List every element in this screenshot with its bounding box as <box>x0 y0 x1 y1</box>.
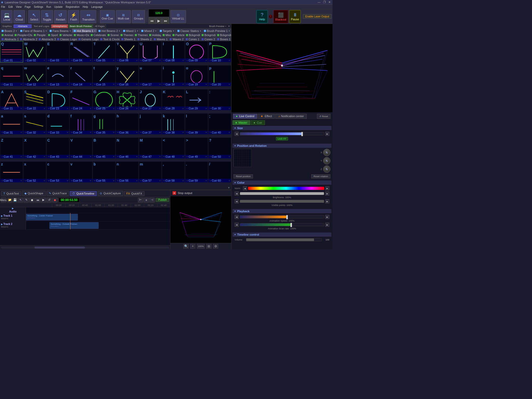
stop-close-btn[interactable]: ✕ <box>172 191 176 195</box>
cue-cell-13[interactable]: e ◄ Cue 13 ◄ <box>46 65 69 87</box>
cue-cell-19[interactable]: o ◄ Cue 19 ◄ <box>185 65 208 87</box>
menu-dropdown-btn[interactable]: Menu <box>1 198 6 202</box>
beam-brush-filter[interactable]: Beam Brush Preview <box>69 24 93 28</box>
cue-cell-9[interactable]: O ◄ Cue 09 ◄ <box>185 41 208 62</box>
cat-generic-logos[interactable]: Generic Logos▼ <box>77 37 99 41</box>
cue-cell-36[interactable]: h ◄ Cue 36 ◄ <box>116 113 139 135</box>
cue-cell-59[interactable]: . ◄ Cue 59 ◄ <box>185 161 208 183</box>
tab-effect[interactable]: ★ Effect <box>258 114 275 119</box>
cue-cell-31[interactable]: a ◄ Cue 31 ◄ <box>0 113 23 135</box>
cat-cones2[interactable]: Cones 2▼ <box>200 37 216 41</box>
size-slider[interactable] <box>240 132 324 135</box>
menu-update[interactable]: Update <box>54 5 63 8</box>
track1-content[interactable]: Something - Center Frames Animation <box>26 213 170 221</box>
cue-cell-15[interactable]: t ◄ Cue 15 ◄ <box>92 65 116 87</box>
brightness-max-btn[interactable]: ► <box>325 191 329 196</box>
stop-btn[interactable]: ⏹ <box>29 198 35 202</box>
cat-abstracts2[interactable]: Abstracts 2▼ <box>18 37 37 41</box>
cue-cell-48[interactable]: < ◄ Cue 48 ◄ <box>162 137 185 159</box>
cue-cell-34[interactable]: f ◄ Cue 34 ◄ <box>69 113 92 135</box>
cue-cell-55[interactable]: b ◄ Cue 55 ◄ <box>92 161 116 183</box>
audio-expand-icon[interactable]: ▶ <box>12 207 14 210</box>
cat-brush-preview1[interactable]: Brush Preview 1▼ <box>202 29 231 33</box>
cue-cell-14[interactable]: r ◄ Cue 14 ◄ <box>69 65 92 87</box>
cat-mixed1[interactable]: Mixed 1▼ <box>122 29 140 33</box>
cue-cell-26[interactable]: H ◄ Cue 26 ◄ <box>116 89 139 110</box>
menu-help[interactable]: Help <box>83 5 88 8</box>
as-thumb[interactable] <box>286 215 288 219</box>
cat-boxes2[interactable]: Boxes 2▼ <box>0 29 19 33</box>
as-min-btn[interactable]: ◄ <box>235 215 239 219</box>
flash-button[interactable]: ⚡ Flash <box>68 10 79 23</box>
local-button[interactable]: 💻 Local <box>1 10 12 23</box>
position-header[interactable]: Position and Rotation <box>232 144 331 148</box>
brightness-slider[interactable] <box>240 192 324 195</box>
cue-cell-56[interactable]: n ◄ Cue 56 ◄ <box>116 161 139 183</box>
cue-cell-47[interactable]: M ◄ Cue 47 ◄ <box>139 137 162 159</box>
cue-cell-23[interactable]: D ◄ Cue 23 ◄ <box>46 89 69 110</box>
restart-button[interactable]: ↺ Restart <box>54 10 67 23</box>
play-btn[interactable]: ▶ <box>41 198 46 202</box>
position-grid[interactable] <box>234 149 252 167</box>
cat-sheets2[interactable]: Sheets 2▼ <box>136 37 152 41</box>
cue-cell-53[interactable]: c ◄ Cue 53 ◄ <box>46 161 69 183</box>
cue-cell-54[interactable]: v ◄ Cue 54 ◄ <box>69 161 92 183</box>
virtual-ll-button[interactable]: ⊡ Virtual LL <box>170 10 186 23</box>
brightness-min-btn[interactable]: ◄ <box>235 191 239 196</box>
cat-classic-statics[interactable]: Classic Statics▼ <box>176 29 202 33</box>
cue-cell-43[interactable]: C ◄ Cue 43 ◄ <box>46 137 69 159</box>
atmospherics-filter[interactable]: Atmospherics <box>51 24 68 28</box>
stop-settings-btn[interactable]: ⚙ <box>213 244 218 249</box>
cat-vehicles[interactable]: Vehicles▼ <box>58 33 72 37</box>
cue-cell-29[interactable]: L ◄ Cue 29 ◄ <box>185 89 208 110</box>
rewind-btn[interactable]: ⏮ <box>35 198 40 202</box>
cat-hot-beams2[interactable]: Hot Beams 2▼ <box>97 29 122 33</box>
cat-targets[interactable]: Targets▼ <box>158 29 176 33</box>
tap-button[interactable]: ⏮ <box>149 17 155 24</box>
tab-quickcapture[interactable]: ⊙ QuickCapture <box>97 191 123 196</box>
blackout-button[interactable]: ⬛ Blackout <box>274 10 288 23</box>
cue-cell-57[interactable]: m ◄ Cue 57 ◄ <box>139 161 162 183</box>
enable-laser-button[interactable]: Enable Laser Output <box>303 14 331 19</box>
cue-cell-21[interactable]: A ◄ Cue 21 ◄ <box>0 89 23 110</box>
tab-quicktrace[interactable]: ✎ QuickTrace <box>46 191 69 196</box>
publish-btn[interactable]: Publish <box>156 198 169 202</box>
toggle-button[interactable]: ⇅ Toggle <box>41 10 53 23</box>
cue-cell-1[interactable]: Q ◄ Cue 01 ◄ <box>0 41 23 62</box>
cue-cell-5[interactable]: T ◄ Cue 05 ◄ <box>92 41 116 62</box>
menu-file[interactable]: File <box>1 5 5 8</box>
cue-cell-7[interactable]: U ◄ Cue 07 ◄ <box>139 41 162 62</box>
cue-cell-30[interactable]: : ◄ Cue 30 ◄ <box>208 89 231 110</box>
vp-max-btn[interactable]: ► <box>325 199 329 203</box>
cat-people-chars[interactable]: People+Characters▼ <box>13 33 32 37</box>
x-dial[interactable] <box>323 149 330 156</box>
text-logos-filter[interactable]: Text and Logos <box>32 24 51 28</box>
asr-min-btn[interactable]: ◄ <box>235 223 239 227</box>
tab-notification[interactable]: ⚠ Notification center <box>275 114 307 119</box>
multi-cue-button[interactable]: ⊞ Multi cue <box>116 10 131 23</box>
close-btn[interactable]: ✕ <box>328 1 331 4</box>
cue-cell-51[interactable]: z ◄ Cue 51 ◄ <box>0 161 23 183</box>
cue-cell-22[interactable]: S ◄ Cue 22 ◄ <box>23 89 46 110</box>
track2-clip1[interactable]: Something - Outside Frames Animation <box>49 222 99 229</box>
cat-particles[interactable]: Particles▼ <box>171 33 184 37</box>
bpm-display[interactable]: 120.0 <box>149 9 169 17</box>
playback-header[interactable]: Playback <box>232 209 331 213</box>
transition-button[interactable]: ⇔ Transition <box>80 10 96 23</box>
menu-view[interactable]: View <box>16 5 22 8</box>
align-center-btn[interactable]: ≡ <box>144 198 149 202</box>
stop-fit-btn[interactable]: ⊞ <box>206 244 211 249</box>
reset-all-btn[interactable]: ↺ Reset <box>317 114 330 119</box>
cat-fans-beams[interactable]: Fans Beams▼ <box>48 29 72 33</box>
cue-cell-32[interactable]: s ◄ Cue 32 ◄ <box>23 113 46 135</box>
pause-button[interactable]: ⏸ Pause <box>289 10 301 23</box>
timeline-scrollbar[interactable] <box>0 245 170 249</box>
cat-waves1[interactable]: Waves 1▼ <box>152 37 168 41</box>
align-left-btn[interactable]: ⊢ <box>138 198 143 202</box>
time-display[interactable]: 00:00:53.50 <box>59 198 79 202</box>
cat-animals[interactable]: Animals▼ <box>0 33 13 37</box>
cue-cell-24[interactable]: F ◄ Cue 24 ◄ <box>69 89 92 110</box>
pencil-tool-btn[interactable]: ✎ <box>24 198 29 202</box>
cat-bckgrnds3[interactable]: Bckgrnds 3▼ <box>216 33 231 37</box>
reset-position-btn[interactable]: Reset position <box>234 174 253 178</box>
